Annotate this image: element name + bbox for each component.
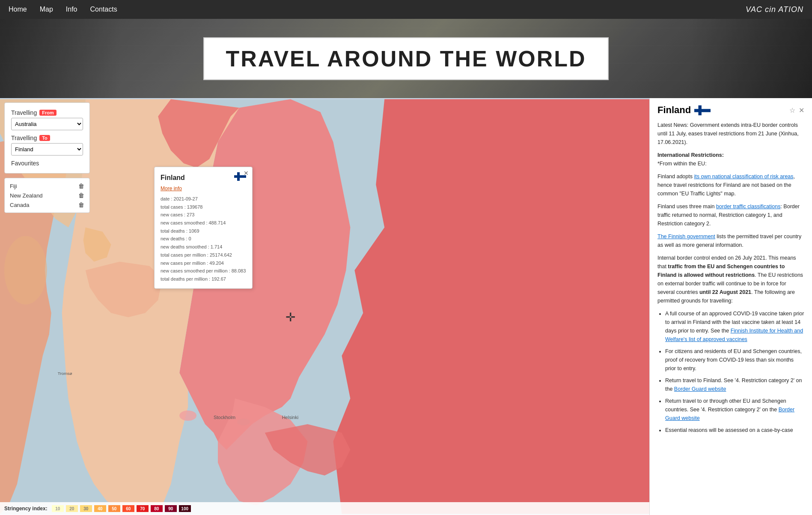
svg-rect-13 xyxy=(699,105,702,115)
nav-contacts[interactable]: Contacts xyxy=(90,6,117,13)
classification-link[interactable]: its own national classification of risk … xyxy=(694,174,793,180)
finnish-gov-para: The Finnish government lists the permitt… xyxy=(657,232,804,249)
favourites-list: Fiji 🗑 New Zealand 🗑 Canada 🗑 xyxy=(4,178,90,213)
svg-text:Tromsø: Tromsø xyxy=(58,371,72,376)
navbar: Home Map Info Contacts VAC cin ATION xyxy=(0,0,812,19)
bullet-vaccine: A full course of an approved COVID-19 va… xyxy=(665,309,804,344)
border-traffic-link[interactable]: border traffic classifications xyxy=(716,204,781,210)
bullet-essential: Essential reasons will be assessed on a … xyxy=(665,426,804,434)
popup-more-info-link[interactable]: More info xyxy=(161,186,246,192)
svg-text:Stockholm: Stockholm xyxy=(214,415,235,420)
travelling-to-text: Travelling xyxy=(11,135,37,141)
intl-restrictions-heading: International Restrictions: *From within… xyxy=(657,151,804,168)
stringency-70[interactable]: 70 xyxy=(137,505,149,512)
travel-form: Travelling From Australia USA UK Germany… xyxy=(4,102,90,174)
map-svg: ✛ Helsinki Stockholm Tromsø xyxy=(0,98,649,515)
fav-nz-name: New Zealand xyxy=(10,192,43,199)
internal-border-para: Internal border control ended on 26 July… xyxy=(657,254,804,305)
left-panel: Travelling From Australia USA UK Germany… xyxy=(4,102,90,213)
stringency-50[interactable]: 50 xyxy=(108,505,120,512)
popup-close-button[interactable]: ✕ xyxy=(244,170,249,177)
stringency-60[interactable]: 60 xyxy=(122,505,134,512)
hero-title-box: TRAVEL AROUND THE WORLD xyxy=(203,37,608,80)
permitted-grounds-list: A full course of an approved COVID-19 va… xyxy=(665,309,804,434)
hero-title: TRAVEL AROUND THE WORLD xyxy=(226,46,586,72)
bullet-return-eu: Return travel to or through other EU and… xyxy=(665,397,804,422)
nav-links: Home Map Info Contacts xyxy=(9,6,117,13)
nav-info[interactable]: Info xyxy=(66,6,77,13)
stat-line: total deaths : 1069 xyxy=(161,227,246,235)
brand-logo: VAC cin ATION xyxy=(746,5,803,14)
fav-canada-delete[interactable]: 🗑 xyxy=(78,201,84,208)
to-row: Travelling To Finland Norway Sweden xyxy=(11,135,83,156)
country-title: Finland xyxy=(657,105,711,116)
fav-item-canada: Canada 🗑 xyxy=(10,201,84,208)
stringency-30[interactable]: 30 xyxy=(80,505,92,512)
classification-para: Finland adopts its own national classifi… xyxy=(657,172,804,198)
fav-nz-delete[interactable]: 🗑 xyxy=(78,192,84,199)
finnish-gov-link[interactable]: The Finnish government xyxy=(657,234,715,240)
svg-text:Helsinki: Helsinki xyxy=(282,415,298,420)
stringency-20[interactable]: 20 xyxy=(66,505,78,512)
stat-line: new cases per million : 49.204 xyxy=(161,259,246,267)
border-traffic-para: Finland uses three main border traffic c… xyxy=(657,202,804,228)
stat-line: new cases : 273 xyxy=(161,211,246,219)
fihw-link[interactable]: Finnish Institute for Health and Welfare… xyxy=(665,328,803,342)
finland-flag xyxy=(694,105,711,116)
popup-stats: date : 2021-09-27total cases : 139678new… xyxy=(161,195,246,283)
svg-point-1 xyxy=(179,410,196,421)
border-guard-link-2[interactable]: Border Guard website xyxy=(665,407,794,421)
stringency-label: Stringency index: xyxy=(4,506,48,512)
svg-point-2 xyxy=(237,419,250,425)
stat-line: total cases per million : 25174.642 xyxy=(161,251,246,259)
border-guard-link-1[interactable]: Border Guard website xyxy=(674,386,726,392)
favourites-link[interactable]: Favourites xyxy=(11,160,83,167)
from-badge: From xyxy=(39,110,57,116)
svg-text:✛: ✛ xyxy=(286,311,295,324)
latest-news: Latest News: Government extends intra-EU… xyxy=(657,121,804,147)
stringency-10[interactable]: 10 xyxy=(52,505,64,512)
fav-item-fiji: Fiji 🗑 xyxy=(10,183,84,189)
travelling-from-text: Travelling xyxy=(11,109,37,116)
svg-rect-12 xyxy=(694,109,711,112)
stat-line: new deaths smoothed : 1.714 xyxy=(161,243,246,251)
fav-fiji-delete[interactable]: 🗑 xyxy=(78,183,84,189)
right-panel: Finland ☆ ✕ Latest News: Government exte… xyxy=(649,98,812,515)
stringency-80[interactable]: 80 xyxy=(151,505,163,512)
to-badge: To xyxy=(39,135,50,141)
bullet-return-finland: Return travel to Finland. See '4. Restri… xyxy=(665,376,804,393)
to-select[interactable]: Finland Norway Sweden xyxy=(11,143,83,156)
fav-fiji-name: Fiji xyxy=(10,183,17,189)
popup-country-title: Finland xyxy=(161,174,185,182)
stat-line: total cases : 139678 xyxy=(161,203,246,211)
hero-section: TRAVEL AROUND THE WORLD xyxy=(0,19,812,98)
fav-item-nz: New Zealand 🗑 xyxy=(10,192,84,199)
stringency-bar: Stringency index: 10 20 30 40 50 60 70 8… xyxy=(0,502,649,515)
panel-icons: ☆ ✕ xyxy=(789,106,804,114)
stringency-90[interactable]: 90 xyxy=(165,505,177,512)
map-container[interactable]: ✛ Helsinki Stockholm Tromsø Travelling F… xyxy=(0,98,649,515)
stat-line: date : 2021-09-27 xyxy=(161,195,246,203)
country-name: Finland xyxy=(657,105,691,116)
svg-point-3 xyxy=(4,236,47,305)
nav-home[interactable]: Home xyxy=(9,6,27,13)
popup-header: Finland xyxy=(161,172,246,183)
stat-line: new deaths : 0 xyxy=(161,235,246,243)
to-label: Travelling To xyxy=(11,135,83,141)
svg-rect-10 xyxy=(237,172,240,181)
main-content: ✛ Helsinki Stockholm Tromsø Travelling F… xyxy=(0,98,812,515)
from-select[interactable]: Australia USA UK Germany xyxy=(11,118,83,130)
from-label: Travelling From xyxy=(11,109,83,116)
panel-close-icon[interactable]: ✕ xyxy=(799,106,804,114)
stat-line: new cases smoothed per million : 88.083 xyxy=(161,267,246,275)
fav-canada-name: Canada xyxy=(10,202,30,208)
stringency-40[interactable]: 40 xyxy=(94,505,106,512)
star-icon[interactable]: ☆ xyxy=(789,106,795,114)
bullet-recovery: For citizens and residents of EU and Sch… xyxy=(665,347,804,373)
finland-popup: ✕ Finland More info date : 2021-09-27tot… xyxy=(154,167,253,289)
panel-header: Finland ☆ ✕ xyxy=(657,105,804,116)
from-row: Travelling From Australia USA UK Germany xyxy=(11,109,83,130)
nav-map[interactable]: Map xyxy=(40,6,53,13)
stringency-100[interactable]: 100 xyxy=(179,505,191,512)
stat-line: new cases smoothed : 488.714 xyxy=(161,219,246,227)
